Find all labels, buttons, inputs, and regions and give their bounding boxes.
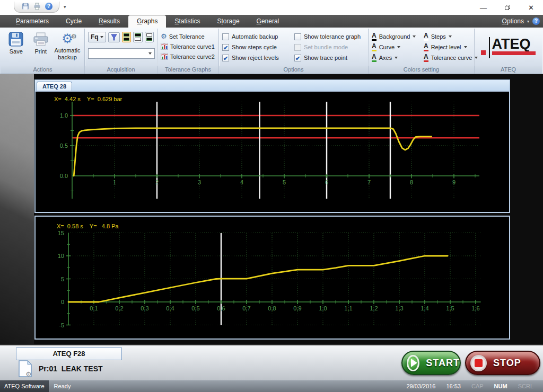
save-label: Save [10, 48, 23, 55]
x-tick-label: 1,6 [471, 305, 479, 311]
fq-button[interactable]: Fq [88, 32, 106, 42]
tolerance-curve-icon [161, 53, 168, 60]
print-button[interactable]: Print [29, 30, 53, 66]
combo-caret-icon [148, 52, 152, 55]
automatic-backup-button[interactable]: ⚙⚙ Automatic backup [54, 30, 81, 66]
checkbox-show-steps-cycle[interactable]: ✔Show steps cycle [222, 42, 292, 52]
x-tick-label: 0,3 [141, 305, 148, 311]
menu-tab-storage[interactable]: Storage [209, 15, 248, 28]
x-tick-label: 1,0 [319, 305, 327, 311]
help-icon[interactable]: ? [45, 3, 52, 10]
save-button[interactable]: Save [4, 30, 28, 66]
checkbox-box[interactable] [294, 33, 301, 40]
menu-tab-graphs[interactable]: Graphs [128, 15, 166, 28]
menu-tab-general[interactable]: General [248, 15, 288, 28]
save-icon[interactable] [22, 3, 29, 10]
x-tick-label: 1,4 [421, 305, 428, 311]
layout-both-graphs-button[interactable] [122, 32, 131, 42]
group-label-colors: Colors setting [369, 66, 474, 74]
checkbox-show-tolerance-graph[interactable]: Show tolerance graph [294, 31, 367, 42]
automatic-backup-label: Automatic backup [54, 47, 81, 60]
graph-panel: ATEQ 28 1234567891.00.50.0 X= 4.42 s Y= … [34, 79, 510, 340]
tolerance-button-2[interactable]: Tolerance curve2 [161, 51, 215, 61]
funnel-icon [111, 34, 117, 41]
qat-dropdown-icon[interactable]: ▾ [64, 4, 66, 10]
y-tick-label: 0.0 [60, 173, 68, 179]
ribbon-group-colors: ABackgroundAStepsACurveAReject levelAAxe… [369, 29, 475, 74]
acquisition-combobox[interactable] [88, 48, 155, 59]
ateq-logo-text: ATEQ [492, 36, 531, 52]
fq-caret-icon [100, 36, 103, 38]
menu-tab-statistics[interactable]: Statistics [166, 15, 208, 28]
checkbox-automatic-backup[interactable]: Automatic backup [222, 31, 292, 42]
close-button[interactable]: ✕ [519, 0, 543, 15]
quick-access-pill: ? [14, 2, 59, 13]
checkbox-box[interactable]: ✔ [222, 55, 229, 61]
restore-icon [505, 5, 510, 10]
checkbox-set-bundle-mode: Set bundle mode [294, 42, 367, 52]
x-tick-label: 1 [113, 179, 116, 185]
minimize-button[interactable]: — [471, 0, 495, 15]
tolerance-button-1[interactable]: Tolerance curve1 [161, 41, 215, 51]
checkbox-box[interactable]: ✔ [222, 44, 229, 51]
menu-tab-results[interactable]: Results [90, 15, 128, 28]
ribbon: Save Print ⚙⚙ Automatic backup Actions F… [0, 28, 543, 74]
menu-tab-cycle[interactable]: Cycle [57, 15, 90, 28]
print-icon[interactable] [33, 3, 41, 10]
stop-icon [470, 355, 487, 371]
stop-label: STOP [493, 358, 521, 369]
program-document-icon[interactable]: ⚙ [18, 360, 32, 377]
x-tick-label: 0,8 [268, 305, 276, 311]
leak-graph[interactable]: 0,10,20,30,40,50,60,70,80,91,01,11,21,31… [36, 217, 509, 338]
color-caret-icon [395, 57, 398, 59]
gear-icon: ⚙ [161, 32, 167, 40]
statusbar-app-name: ATEQ Software [0, 380, 49, 392]
svg-text:⚙: ⚙ [25, 370, 32, 377]
color-setting-axes[interactable]: AAxes [372, 52, 423, 63]
tolerance-button-label: Tolerance curve1 [170, 43, 215, 50]
color-setting-label: Reject level [431, 44, 461, 50]
group-label-tolerance: Tolerance Graphs [157, 66, 218, 74]
color-swatch-A: A [372, 43, 376, 51]
color-setting-background[interactable]: ABackground [372, 31, 423, 42]
x-tick-label: 0,9 [293, 305, 301, 311]
checkbox-label: Automatic backup [232, 33, 278, 40]
layout-bottom-graph-button[interactable] [145, 32, 154, 42]
stop-button[interactable]: STOP [465, 351, 540, 375]
checkbox-label: Show reject levels [232, 55, 279, 61]
status-bar: ATEQ Software Ready 29/03/2016 16:53 CAP… [0, 380, 543, 392]
background-swoosh [0, 74, 34, 344]
leak-graph-box: 0,10,20,30,40,50,60,70,80,91,01,11,21,31… [34, 216, 510, 340]
restore-button[interactable] [495, 0, 519, 15]
menubar-help-icon[interactable]: ? [532, 17, 540, 25]
tolerance-button-0[interactable]: ⚙Set Tolerance [161, 31, 215, 41]
pressure-trace-readout: X= 4.42 s Y= 0.629 bar [54, 96, 122, 102]
ateq-logo: ATEQ [481, 35, 536, 60]
x-tick-label: 0,7 [242, 305, 250, 311]
x-tick-label: 0,5 [191, 305, 199, 311]
ribbon-group-actions: Save Print ⚙⚙ Automatic backup Actions [1, 29, 85, 74]
menu-tab-parameters[interactable]: Parameters [7, 15, 57, 28]
save-floppy-icon [8, 32, 24, 47]
options-menu[interactable]: Options [502, 17, 524, 25]
x-tick-label: 1,5 [446, 305, 454, 311]
leak-trace-readout: X= 0.58 s Y= 4.8 Pa [57, 223, 119, 229]
ribbon-tab-bar: ParametersCycleResultsGraphsStatisticsSt… [0, 15, 543, 28]
color-swatch-A: A [424, 43, 428, 51]
color-caret-icon [464, 46, 467, 48]
menu-right: Options ▾ ? [502, 15, 540, 28]
print-icon-large [32, 32, 49, 47]
filter-button[interactable] [108, 32, 120, 42]
start-button[interactable]: START [401, 351, 461, 375]
window-titlebar: ? ▾ — ✕ [0, 0, 543, 15]
color-setting-curve[interactable]: ACurve [372, 42, 423, 52]
checkbox-show-reject-levels[interactable]: ✔Show reject levels [222, 52, 292, 63]
device-name-box[interactable]: ATEQ F28 [16, 348, 122, 360]
checkbox-box[interactable]: ✔ [294, 55, 301, 61]
tab-ateq-28[interactable]: ATEQ 28 [37, 82, 72, 91]
layout-top-graph-button[interactable] [133, 32, 142, 42]
checkbox-show-trace-point[interactable]: ✔Show trace point [294, 52, 367, 63]
pressure-graph[interactable]: 1234567891.00.50.0 [36, 92, 509, 212]
checkbox-box[interactable] [222, 33, 229, 40]
y-tick-label: 15 [58, 230, 64, 236]
